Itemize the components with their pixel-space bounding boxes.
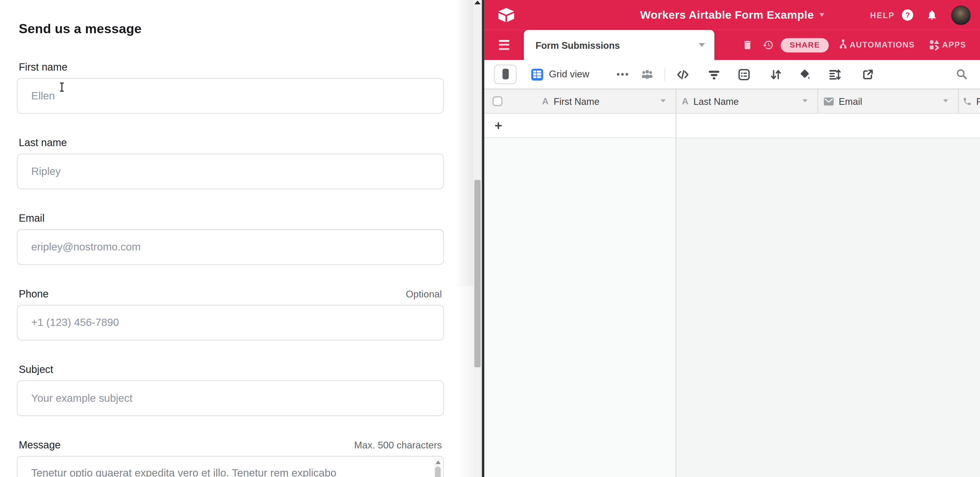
airtable-tablebar: Form Submissions SHARE AUTOMATIONS <box>485 30 980 60</box>
chevron-down-icon[interactable] <box>819 13 824 17</box>
chevron-down-icon[interactable] <box>943 100 948 103</box>
field-message: Message Max. 500 characters Tenetur opti… <box>17 439 444 477</box>
field-email: Email <box>17 212 444 265</box>
column-header-last-name[interactable]: A Last Name <box>676 89 818 113</box>
trash-icon[interactable] <box>742 40 753 51</box>
window-divider <box>482 0 485 477</box>
first-name-input[interactable] <box>17 78 444 114</box>
phone-label: Phone <box>19 288 49 300</box>
automations-button[interactable]: AUTOMATIONS <box>850 40 915 49</box>
message-textarea[interactable]: Tenetur optio quaerat expedita vero et i… <box>17 456 444 477</box>
subject-input[interactable] <box>17 380 444 416</box>
hamburger-menu-icon[interactable] <box>499 40 509 52</box>
pane-shadow <box>456 0 473 286</box>
message-scrollbar[interactable] <box>434 458 442 477</box>
column-header-email[interactable]: Email <box>818 89 959 113</box>
share-button[interactable]: SHARE <box>781 38 829 53</box>
automations-icon[interactable] <box>838 39 849 50</box>
help-question-icon[interactable]: ? <box>902 10 913 21</box>
chevron-down-icon[interactable] <box>698 43 705 47</box>
email-field-icon <box>824 97 834 105</box>
last-name-input[interactable] <box>17 154 444 189</box>
text-field-icon: A <box>542 96 549 106</box>
notifications-bell-icon[interactable] <box>926 10 937 21</box>
email-label: Email <box>19 212 45 224</box>
last-name-label: Last name <box>19 137 67 149</box>
column-gridline <box>676 138 676 477</box>
airtable-pane: Workers Airtable Form Example HELP ? For… <box>485 0 980 477</box>
apps-button[interactable]: APPS <box>942 40 966 49</box>
record-color-icon[interactable] <box>800 68 811 81</box>
field-last-name: Last name <box>17 137 444 189</box>
frozen-column-area <box>485 138 676 477</box>
share-view-icon[interactable] <box>862 68 874 81</box>
column-header-first-name[interactable]: A First Name <box>485 89 676 113</box>
phone-input[interactable] <box>17 305 444 341</box>
message-label: Message <box>19 439 60 451</box>
page-scrollbar[interactable] <box>473 0 482 477</box>
message-maxchars-note: Max. 500 characters <box>354 440 442 451</box>
email-field[interactable] <box>17 229 444 265</box>
add-record-button[interactable]: + <box>495 118 503 133</box>
sort-icon[interactable] <box>770 68 782 81</box>
grid-empty-area <box>485 138 980 477</box>
group-icon[interactable] <box>738 68 750 81</box>
history-icon[interactable] <box>763 40 774 51</box>
scroll-up-arrow-icon[interactable] <box>474 0 480 4</box>
message-scrollbar-thumb[interactable] <box>435 467 441 477</box>
grid-column-header-row: A First Name A Last Name Email <box>485 89 980 114</box>
apps-icon[interactable] <box>929 39 940 50</box>
chevron-down-icon[interactable] <box>802 100 807 103</box>
phone-optional-note: Optional <box>406 288 442 300</box>
text-field-icon: A <box>682 96 688 106</box>
pane-shadow <box>458 286 473 477</box>
page-scrollbar-thumb[interactable] <box>474 180 481 367</box>
first-name-label: First name <box>19 61 67 73</box>
more-options-icon[interactable] <box>617 73 628 76</box>
filter-icon[interactable] <box>708 68 720 81</box>
base-title[interactable]: Workers Airtable Form Example <box>640 8 814 22</box>
avatar[interactable] <box>951 5 970 25</box>
text-cursor <box>59 82 65 92</box>
field-subject: Subject <box>17 364 444 416</box>
page-title: Send us a message <box>19 21 444 36</box>
field-phone: Phone Optional <box>17 288 444 341</box>
search-icon[interactable] <box>956 68 968 80</box>
grid-view-icon <box>531 68 544 81</box>
tab-form-submissions[interactable]: Form Submissions <box>523 30 714 60</box>
views-sidebar-toggle-button[interactable] <box>494 64 517 84</box>
hide-fields-icon[interactable] <box>677 68 689 81</box>
field-first-name: First name <box>17 61 444 114</box>
airtable-appbar: Workers Airtable Form Example HELP ? <box>485 0 980 30</box>
chevron-down-icon[interactable] <box>660 100 665 103</box>
collaborators-icon[interactable] <box>641 68 653 81</box>
contact-form-pane: Send us a message First name Last name E… <box>0 0 473 477</box>
subject-label: Subject <box>19 364 53 376</box>
help-button[interactable]: HELP <box>870 10 894 20</box>
column-gridline <box>676 114 676 137</box>
row-height-icon[interactable] <box>829 68 841 81</box>
view-toolbar: Grid view <box>485 60 980 89</box>
scroll-up-arrow-icon[interactable] <box>435 460 440 464</box>
add-record-row[interactable]: + <box>485 114 980 138</box>
column-header-phone[interactable]: Phone <box>958 89 980 113</box>
divider <box>665 68 665 81</box>
phone-field-icon <box>963 97 972 106</box>
screen: Send us a message First name Last name E… <box>0 0 980 477</box>
view-name[interactable]: Grid view <box>549 60 589 89</box>
